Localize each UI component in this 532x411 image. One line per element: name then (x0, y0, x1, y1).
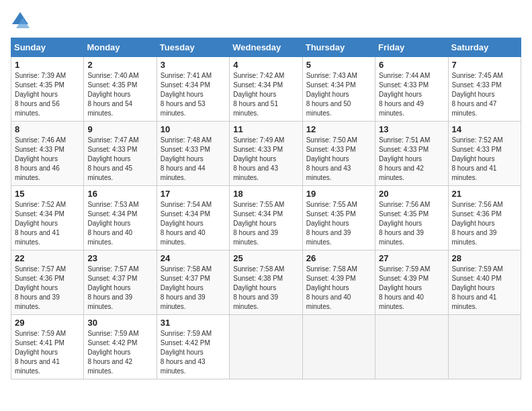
sunrise-label: Sunrise: 7:53 AM (87, 201, 138, 208)
day-number: 12 (306, 124, 371, 134)
daylight-label: Daylight hours (233, 220, 276, 227)
sunset-label: Sunset: 4:33 PM (306, 146, 356, 153)
daylight-value: 8 hours and 41 minutes. (15, 229, 60, 246)
cell-content: Sunrise: 7:45 AMSunset: 4:33 PMDaylight … (452, 71, 517, 118)
daylight-value: 8 hours and 40 minutes. (87, 229, 132, 246)
daylight-value: 8 hours and 43 minutes. (161, 358, 206, 375)
calendar-cell: 8Sunrise: 7:46 AMSunset: 4:33 PMDaylight… (11, 122, 84, 186)
weekday-header-wednesday: Wednesday (230, 38, 302, 57)
daylight-value: 8 hours and 40 minutes. (379, 293, 424, 310)
cell-content: Sunrise: 7:59 AMSunset: 4:41 PMDaylight … (15, 329, 80, 376)
day-number: 23 (87, 253, 152, 263)
calendar-cell: 24Sunrise: 7:58 AMSunset: 4:37 PMDayligh… (157, 250, 229, 315)
calendar-cell: 28Sunrise: 7:59 AMSunset: 4:40 PMDayligh… (448, 250, 521, 315)
sunset-label: Sunset: 4:33 PM (452, 81, 502, 89)
sunrise-label: Sunrise: 7:57 AM (15, 265, 66, 273)
logo-icon (11, 11, 30, 30)
cell-content: Sunrise: 7:49 AMSunset: 4:33 PMDaylight … (233, 136, 298, 183)
calendar-cell: 17Sunrise: 7:54 AMSunset: 4:34 PMDayligh… (157, 186, 229, 250)
sunrise-label: Sunrise: 7:55 AM (306, 201, 357, 208)
sunset-label: Sunset: 4:39 PM (306, 275, 356, 282)
sunrise-label: Sunrise: 7:43 AM (306, 72, 357, 79)
day-number: 28 (452, 253, 517, 263)
weekday-header-tuesday: Tuesday (157, 38, 229, 57)
daylight-value: 8 hours and 41 minutes. (452, 293, 497, 310)
daylight-value: 8 hours and 40 minutes. (161, 229, 206, 246)
day-number: 25 (233, 253, 298, 263)
calendar-cell: 21Sunrise: 7:56 AMSunset: 4:36 PMDayligh… (448, 186, 521, 250)
daylight-label: Daylight hours (161, 349, 204, 356)
cell-content: Sunrise: 7:43 AMSunset: 4:34 PMDaylight … (306, 71, 371, 118)
day-number: 17 (161, 189, 226, 199)
calendar-week-1: 1Sunrise: 7:39 AMSunset: 4:35 PMDaylight… (11, 57, 521, 122)
daylight-value: 8 hours and 51 minutes. (233, 100, 278, 117)
sunset-label: Sunset: 4:34 PM (233, 81, 283, 89)
cell-content: Sunrise: 7:41 AMSunset: 4:34 PMDaylight … (161, 71, 226, 118)
daylight-value: 8 hours and 39 minutes. (452, 229, 497, 246)
sunrise-label: Sunrise: 7:59 AM (452, 265, 503, 273)
daylight-value: 8 hours and 46 minutes. (15, 165, 60, 181)
day-number: 5 (306, 60, 371, 70)
calendar-cell: 19Sunrise: 7:55 AMSunset: 4:35 PMDayligh… (302, 186, 375, 250)
sunrise-label: Sunrise: 7:49 AM (233, 136, 284, 144)
calendar-cell (448, 315, 521, 379)
calendar-cell: 20Sunrise: 7:56 AMSunset: 4:35 PMDayligh… (375, 186, 448, 250)
day-number: 1 (15, 60, 80, 70)
calendar-cell: 2Sunrise: 7:40 AMSunset: 4:35 PMDaylight… (84, 57, 157, 122)
day-number: 31 (161, 318, 226, 328)
sunset-label: Sunset: 4:33 PM (379, 81, 429, 89)
cell-content: Sunrise: 7:52 AMSunset: 4:33 PMDaylight … (452, 136, 517, 183)
sunrise-label: Sunrise: 7:57 AM (87, 265, 138, 273)
calendar-cell: 10Sunrise: 7:48 AMSunset: 4:33 PMDayligh… (157, 122, 229, 186)
day-number: 16 (87, 189, 152, 199)
daylight-value: 8 hours and 41 minutes. (452, 165, 497, 181)
sunrise-label: Sunrise: 7:59 AM (161, 330, 212, 337)
sunset-label: Sunset: 4:34 PM (161, 210, 210, 218)
cell-content: Sunrise: 7:42 AMSunset: 4:34 PMDaylight … (233, 71, 298, 118)
daylight-label: Daylight hours (379, 220, 422, 227)
daylight-value: 8 hours and 39 minutes. (15, 293, 60, 310)
daylight-label: Daylight hours (15, 91, 58, 98)
calendar-cell: 14Sunrise: 7:52 AMSunset: 4:33 PMDayligh… (448, 122, 521, 186)
calendar-cell: 4Sunrise: 7:42 AMSunset: 4:34 PMDaylight… (230, 57, 302, 122)
daylight-value: 8 hours and 39 minutes. (306, 229, 351, 246)
sunset-label: Sunset: 4:34 PM (87, 210, 137, 218)
sunset-label: Sunset: 4:35 PM (87, 81, 137, 89)
sunset-label: Sunset: 4:33 PM (452, 146, 502, 153)
day-number: 11 (233, 124, 298, 134)
day-number: 4 (233, 60, 298, 70)
sunset-label: Sunset: 4:33 PM (379, 146, 429, 153)
daylight-label: Daylight hours (379, 155, 422, 163)
sunset-label: Sunset: 4:34 PM (233, 210, 283, 218)
cell-content: Sunrise: 7:48 AMSunset: 4:33 PMDaylight … (161, 136, 226, 183)
daylight-label: Daylight hours (233, 284, 276, 291)
calendar-cell: 12Sunrise: 7:50 AMSunset: 4:33 PMDayligh… (302, 122, 375, 186)
sunrise-label: Sunrise: 7:59 AM (15, 330, 66, 337)
sunset-label: Sunset: 4:34 PM (15, 210, 64, 218)
weekday-header-sunday: Sunday (11, 38, 84, 57)
weekday-header-friday: Friday (375, 38, 448, 57)
daylight-value: 8 hours and 56 minutes. (15, 100, 60, 117)
cell-content: Sunrise: 7:56 AMSunset: 4:36 PMDaylight … (452, 200, 517, 247)
cell-content: Sunrise: 7:46 AMSunset: 4:33 PMDaylight … (15, 136, 80, 183)
sunrise-label: Sunrise: 7:44 AM (379, 72, 430, 79)
sunrise-label: Sunrise: 7:58 AM (233, 265, 284, 273)
daylight-value: 8 hours and 42 minutes. (87, 358, 132, 375)
calendar-cell: 25Sunrise: 7:58 AMSunset: 4:38 PMDayligh… (230, 250, 302, 315)
cell-content: Sunrise: 7:59 AMSunset: 4:40 PMDaylight … (452, 265, 517, 312)
cell-content: Sunrise: 7:51 AMSunset: 4:33 PMDaylight … (379, 136, 444, 183)
calendar-cell: 5Sunrise: 7:43 AMSunset: 4:34 PMDaylight… (302, 57, 375, 122)
day-number: 29 (15, 318, 80, 328)
sunrise-label: Sunrise: 7:40 AM (87, 72, 138, 79)
sunset-label: Sunset: 4:40 PM (452, 275, 502, 282)
sunrise-label: Sunrise: 7:52 AM (452, 136, 503, 144)
daylight-value: 8 hours and 41 minutes. (15, 358, 60, 375)
day-number: 10 (161, 124, 226, 134)
sunset-label: Sunset: 4:36 PM (452, 210, 502, 218)
day-number: 7 (452, 60, 517, 70)
cell-content: Sunrise: 7:54 AMSunset: 4:34 PMDaylight … (161, 200, 226, 247)
cell-content: Sunrise: 7:44 AMSunset: 4:33 PMDaylight … (379, 71, 444, 118)
sunrise-label: Sunrise: 7:54 AM (161, 201, 212, 208)
day-number: 22 (15, 253, 80, 263)
sunset-label: Sunset: 4:33 PM (87, 146, 137, 153)
